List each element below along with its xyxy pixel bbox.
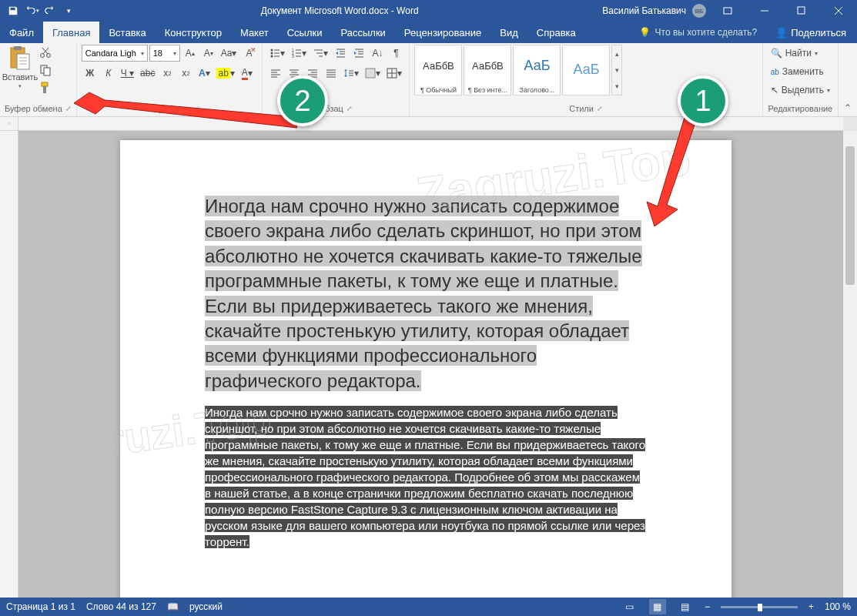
group-editing: 🔍Найти▾ abЗаменить ↖Выделить▾ Редактиров… <box>763 43 839 116</box>
highlight-button[interactable]: ab▾ <box>214 65 236 82</box>
close-button[interactable] <box>823 0 854 22</box>
italic-button[interactable]: К <box>100 65 117 82</box>
shading-button[interactable]: ▾ <box>363 65 383 82</box>
svg-rect-2 <box>798 7 805 14</box>
minimize-button[interactable] <box>749 0 780 22</box>
styles-launcher[interactable]: ⤢ <box>597 105 603 112</box>
style-heading2[interactable]: АаБ <box>562 45 610 95</box>
scrollbar-thumb[interactable] <box>845 146 855 285</box>
annotation-arrow-2 <box>74 89 297 151</box>
share-icon: 👤 <box>775 27 788 38</box>
vertical-scrollbar[interactable] <box>843 131 857 598</box>
svg-text:3: 3 <box>292 54 294 59</box>
show-marks-button[interactable]: ¶ <box>387 45 404 62</box>
line-spacing-button[interactable]: ▾ <box>341 65 361 82</box>
paragraph-launcher[interactable]: ⤢ <box>346 105 353 112</box>
maximize-button[interactable] <box>786 0 817 22</box>
language-indicator[interactable]: русский <box>189 601 223 612</box>
svg-point-19 <box>271 49 273 52</box>
paragraph-2[interactable]: Иногда нам срочно нужно записать содержи… <box>205 404 647 550</box>
share-button[interactable]: 👤 Поделиться <box>765 22 857 43</box>
zoom-out-button[interactable]: − <box>705 601 710 612</box>
document-title: Документ Microsoft Word.docx - Word <box>77 5 602 16</box>
zoom-level[interactable]: 100 % <box>825 601 851 612</box>
tab-help[interactable]: Справка <box>527 22 585 43</box>
paragraph-1[interactable]: Иногда нам срочно нужно записать содержи… <box>205 194 647 393</box>
zoom-in-button[interactable]: + <box>808 601 814 612</box>
format-painter-button[interactable] <box>37 79 54 95</box>
increase-indent-button[interactable] <box>350 45 367 62</box>
clipboard-launcher[interactable]: ⤢ <box>65 105 72 112</box>
tab-references[interactable]: Ссылки <box>278 22 332 43</box>
tab-insert[interactable]: Вставка <box>99 22 155 43</box>
zoom-slider[interactable] <box>721 606 798 608</box>
annotation-badge-1: 1 <box>678 75 728 126</box>
redo-button[interactable] <box>42 2 59 19</box>
style-heading1[interactable]: АаБЗаголово... <box>513 45 561 95</box>
replace-button[interactable]: abЗаменить <box>768 63 833 80</box>
vertical-ruler[interactable] <box>0 131 18 598</box>
svg-marker-66 <box>74 92 297 128</box>
subscript-button[interactable]: x2 <box>159 65 176 82</box>
qat-customize-button[interactable]: ▾ <box>60 2 77 19</box>
align-left-button[interactable] <box>267 65 284 82</box>
grow-font-button[interactable]: A▴ <box>182 45 199 62</box>
tab-mailings[interactable]: Рассылки <box>331 22 394 43</box>
svg-rect-6 <box>14 46 22 50</box>
text-effects-button[interactable]: A▾ <box>196 65 213 82</box>
ribbon-display-options-button[interactable] <box>712 0 743 22</box>
shrink-font-button[interactable]: A▾ <box>200 45 217 62</box>
cursor-icon: ↖ <box>771 85 778 95</box>
styles-gallery[interactable]: АаБбВ¶ Обычный АаБбВ¶ Без инте... АаБЗаг… <box>414 45 622 95</box>
tell-me-search[interactable]: 💡 Что вы хотите сделать? <box>631 22 765 43</box>
font-color-button[interactable]: A▾ <box>239 65 256 82</box>
svg-rect-18 <box>43 86 46 93</box>
bullets-button[interactable]: ▾ <box>267 45 287 62</box>
spell-check-icon[interactable]: 📖 <box>167 601 179 612</box>
font-size-combo[interactable]: 18▾ <box>149 45 180 62</box>
svg-point-23 <box>271 55 273 58</box>
find-button[interactable]: 🔍Найти▾ <box>768 45 833 62</box>
status-bar: Страница 1 из 1 Слово 44 из 127 📖 русски… <box>0 598 857 616</box>
bold-button[interactable]: Ж <box>82 65 99 82</box>
web-layout-button[interactable]: ▤ <box>677 599 694 614</box>
tab-file[interactable]: Файл <box>0 22 43 43</box>
styles-gallery-scroll[interactable]: ▴▾▾ <box>611 45 622 95</box>
tab-layout[interactable]: Макет <box>231 22 278 43</box>
style-normal[interactable]: АаБбВ¶ Обычный <box>414 45 462 95</box>
ribbon-tabs: Файл Главная Вставка Конструктор Макет С… <box>0 22 857 43</box>
numbering-button[interactable]: 123▾ <box>289 45 309 62</box>
superscript-button[interactable]: x2 <box>177 65 194 82</box>
word-count[interactable]: Слово 44 из 127 <box>86 601 156 612</box>
user-avatar[interactable]: ВБ <box>692 4 706 18</box>
tab-design[interactable]: Конструктор <box>156 22 231 43</box>
paste-button[interactable]: Вставить ▾ <box>5 45 35 91</box>
ruler-corner[interactable]: ▫ <box>0 117 18 131</box>
page-indicator[interactable]: Страница 1 из 1 <box>6 601 75 612</box>
sort-button[interactable]: A↓ <box>369 45 386 62</box>
change-case-button[interactable]: Aa▾ <box>219 45 239 62</box>
cut-button[interactable] <box>37 45 54 61</box>
strikethrough-button[interactable]: abc <box>138 65 157 82</box>
collapse-ribbon-button[interactable]: ⌃ <box>839 43 857 116</box>
underline-button[interactable]: Ч ▾ <box>119 65 136 82</box>
user-name[interactable]: Василий Батькавич <box>602 5 686 16</box>
title-bar: ▾ ▾ Документ Microsoft Word.docx - Word … <box>0 0 857 22</box>
print-layout-button[interactable]: ▦ <box>649 599 666 614</box>
save-button[interactable] <box>5 2 22 19</box>
select-button[interactable]: ↖Выделить▾ <box>768 82 833 99</box>
undo-button[interactable]: ▾ <box>23 2 40 19</box>
clear-formatting-button[interactable]: A✕ <box>240 45 257 62</box>
tab-home[interactable]: Главная <box>43 22 99 43</box>
decrease-indent-button[interactable] <box>332 45 349 62</box>
read-mode-button[interactable]: ▭ <box>621 599 638 614</box>
tab-view[interactable]: Вид <box>490 22 527 43</box>
style-no-spacing[interactable]: АаБбВ¶ Без инте... <box>464 45 511 95</box>
svg-point-11 <box>41 54 45 58</box>
justify-button[interactable] <box>323 65 340 82</box>
tab-review[interactable]: Рецензирование <box>395 22 490 43</box>
multilevel-list-button[interactable]: ▾ <box>310 45 330 62</box>
borders-button[interactable]: ▾ <box>384 65 404 82</box>
copy-button[interactable] <box>37 62 54 79</box>
font-name-combo[interactable]: Candara Ligh▾ <box>82 45 148 62</box>
